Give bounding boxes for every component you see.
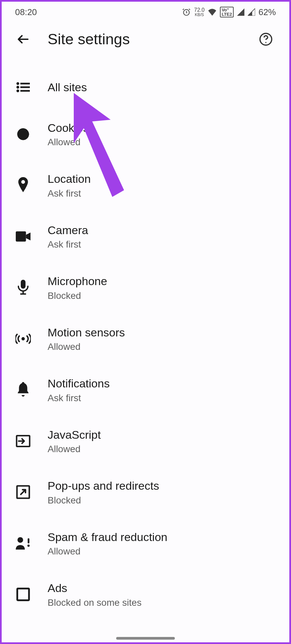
- wifi-icon: [208, 8, 217, 16]
- svg-point-20: [27, 544, 30, 547]
- svg-point-15: [21, 337, 25, 340]
- home-indicator[interactable]: [116, 637, 175, 640]
- page-title: Site settings: [48, 31, 254, 48]
- svg-point-2: [265, 42, 267, 43]
- item-subtitle: Ask first: [48, 188, 91, 199]
- item-title: JavaScript: [48, 428, 101, 442]
- item-subtitle: Allowed: [48, 341, 125, 352]
- item-title: Location: [48, 172, 91, 186]
- item-all-sites[interactable]: All sites: [2, 66, 289, 109]
- item-microphone[interactable]: Microphone Blocked: [2, 262, 289, 313]
- item-subtitle: Allowed: [48, 137, 89, 148]
- item-subtitle: Allowed: [48, 546, 167, 557]
- item-camera[interactable]: Camera Ask first: [2, 211, 289, 262]
- microphone-icon: [10, 280, 36, 295]
- app-bar: Site settings: [2, 22, 289, 56]
- svg-rect-4: [20, 83, 30, 85]
- popup-icon: [10, 485, 36, 499]
- svg-rect-19: [28, 538, 30, 543]
- location-icon: [10, 177, 36, 193]
- svg-point-18: [17, 537, 23, 543]
- svg-rect-14: [21, 280, 25, 289]
- item-subtitle: Ask first: [48, 393, 110, 404]
- item-subtitle: Ask first: [48, 239, 88, 250]
- item-title: Spam & fraud reduction: [48, 530, 167, 544]
- ads-icon: [10, 587, 36, 601]
- svg-rect-13: [16, 231, 26, 241]
- item-javascript[interactable]: JavaScript Allowed: [2, 416, 289, 467]
- item-subtitle: Blocked on some sites: [48, 597, 141, 608]
- bell-icon: [10, 382, 36, 397]
- item-popups[interactable]: Pop-ups and redirects Blocked: [2, 467, 289, 518]
- svg-point-7: [16, 90, 19, 92]
- svg-point-3: [16, 82, 19, 85]
- svg-point-5: [16, 86, 19, 89]
- signal-icon-1: [237, 8, 244, 16]
- help-button[interactable]: [254, 28, 278, 51]
- item-subtitle: Blocked: [48, 290, 107, 301]
- list-icon: [10, 82, 36, 92]
- item-title: Notifications: [48, 376, 110, 391]
- item-title: Camera: [48, 223, 88, 237]
- item-title: All sites: [48, 80, 87, 95]
- settings-list: All sites Cookies Allowed Location Ask f…: [2, 56, 289, 620]
- item-title: Pop-ups and redirects: [48, 479, 159, 493]
- item-location[interactable]: Location Ask first: [2, 160, 289, 211]
- svg-rect-21: [17, 589, 29, 600]
- item-subtitle: Blocked: [48, 495, 159, 506]
- item-notifications[interactable]: Notifications Ask first: [2, 364, 289, 416]
- status-indicators: 72.0 KB/S Vo" LTE2 62%: [182, 7, 276, 17]
- status-time: 08:20: [15, 7, 37, 17]
- motion-icon: [10, 333, 36, 344]
- signal-icon-2: [248, 8, 255, 16]
- item-subtitle: Allowed: [48, 444, 101, 454]
- alarm-icon: [182, 8, 191, 16]
- status-bar: 08:20 72.0 KB/S Vo" LTE2 62%: [2, 2, 289, 22]
- item-title: Cookies: [48, 121, 89, 135]
- item-title: Microphone: [48, 274, 107, 288]
- item-title: Ads: [48, 581, 141, 595]
- item-ads[interactable]: Ads Blocked on some sites: [2, 569, 289, 620]
- back-button[interactable]: [10, 26, 36, 52]
- camera-icon: [10, 231, 36, 242]
- item-title: Motion sensors: [48, 325, 125, 340]
- battery-percent: 62%: [258, 7, 276, 17]
- item-spam-fraud[interactable]: Spam & fraud reduction Allowed: [2, 518, 289, 569]
- svg-rect-8: [20, 90, 30, 92]
- network-speed: 72.0 KB/S: [194, 7, 205, 17]
- svg-rect-6: [20, 87, 30, 88]
- javascript-icon: [10, 434, 36, 448]
- item-cookies[interactable]: Cookies Allowed: [2, 109, 289, 160]
- item-motion-sensors[interactable]: Motion sensors Allowed: [2, 313, 289, 365]
- spam-icon: [10, 537, 36, 550]
- cookie-icon: [10, 127, 36, 141]
- volte-badge: Vo" LTE2: [220, 7, 234, 17]
